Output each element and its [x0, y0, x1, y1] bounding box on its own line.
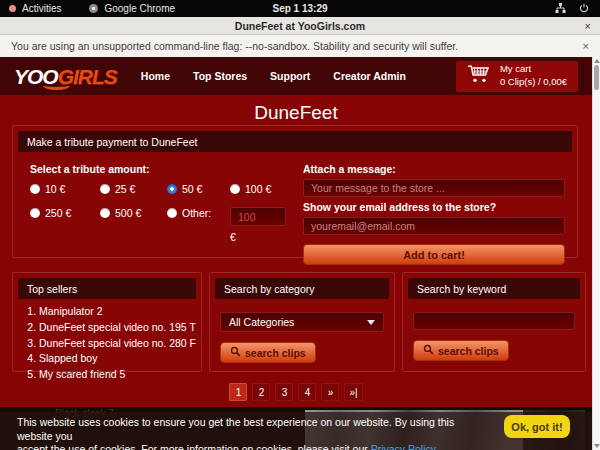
- activities-indicator-icon: [9, 5, 16, 12]
- cookie-accept-button[interactable]: Ok, got it!: [504, 415, 570, 438]
- amount-option-label: 500 €: [115, 207, 141, 219]
- page-button[interactable]: »: [321, 383, 339, 401]
- search-clips-label: search clips: [438, 345, 499, 357]
- browser-viewport: YOOGIRLS HomeTop StoresSupportCreator Ad…: [0, 57, 592, 450]
- list-item[interactable]: Manipulator 2: [39, 304, 201, 320]
- warning-text: You are using an unsupported command-lin…: [11, 40, 458, 52]
- radio-icon[interactable]: [167, 208, 177, 218]
- cart-summary: 0 Clip(s) / 0,00€: [500, 76, 567, 89]
- window-title: DuneFeet at YooGirls.com: [235, 20, 365, 32]
- cookie-line1: This website uses cookies to ensure you …: [17, 416, 454, 442]
- search-keyword-header: Search by keyword: [408, 278, 580, 299]
- nav-item-home[interactable]: Home: [141, 70, 170, 82]
- scrollbar-thumb[interactable]: [594, 65, 599, 90]
- email-input[interactable]: [303, 217, 565, 235]
- cart-button[interactable]: My cart 0 Clip(s) / 0,00€: [456, 61, 578, 92]
- category-select[interactable]: All Categories: [220, 312, 384, 332]
- message-input[interactable]: [303, 179, 565, 197]
- site-header: YOOGIRLS HomeTop StoresSupportCreator Ad…: [0, 57, 592, 95]
- chrome-logo-icon: [89, 4, 98, 13]
- amount-option[interactable]: 50 €: [167, 183, 230, 195]
- amount-option[interactable]: 250 €: [30, 207, 100, 219]
- cookie-message: This website uses cookies to ensure you …: [17, 416, 479, 450]
- nav-item-support[interactable]: Support: [270, 70, 310, 82]
- clock[interactable]: Sep 1 13:29: [272, 3, 327, 14]
- page-button[interactable]: 4: [298, 383, 316, 401]
- amount-option[interactable]: 100 €: [230, 183, 303, 195]
- window-titlebar[interactable]: DuneFeet at YooGirls.com ×: [0, 17, 600, 35]
- nav-item-creator-admin[interactable]: Creator Admin: [333, 70, 406, 82]
- radio-icon[interactable]: [30, 208, 40, 218]
- search-category-panel: Search by category All Categories search…: [209, 272, 395, 372]
- cookie-notice-bar: This website uses cookies to ensure you …: [0, 412, 592, 450]
- amount-option[interactable]: 25 €: [100, 183, 167, 195]
- network-tray-icon[interactable]: [555, 3, 566, 15]
- message-column: Attach a message: Show your email addres…: [303, 159, 565, 265]
- top-sellers-panel: Top sellers Manipulator 2DuneFeet specia…: [12, 272, 202, 372]
- radio-icon[interactable]: [230, 184, 240, 194]
- cart-title: My cart: [500, 63, 567, 76]
- amount-option[interactable]: 500 €: [100, 207, 167, 219]
- logo-smile-icon: [43, 81, 70, 90]
- window-close-button[interactable]: ×: [585, 20, 591, 32]
- warning-close-button[interactable]: ×: [583, 40, 589, 52]
- gnome-top-bar: Activities Google Chrome Sep 1 13:29: [0, 0, 600, 17]
- tribute-panel-header: Make a tribute payment to DuneFeet: [18, 131, 572, 152]
- site-logo[interactable]: YOOGIRLS: [14, 66, 117, 87]
- browser-warning-bar: You are using an unsupported command-lin…: [0, 35, 600, 57]
- power-icon[interactable]: [579, 3, 589, 15]
- focused-app-menu[interactable]: Google Chrome: [104, 3, 175, 14]
- message-label: Attach a message:: [303, 163, 565, 175]
- list-item[interactable]: DuneFeet special video no. 280 F: [39, 336, 201, 352]
- search-clips-keyword-button[interactable]: search clips: [413, 340, 509, 361]
- amount-column: Select a tribute amount: 10 €25 €50 €100…: [25, 159, 303, 265]
- other-amount-cell: €: [230, 207, 303, 243]
- amount-option-label: Other:: [182, 207, 211, 219]
- activities-button[interactable]: Activities: [22, 3, 61, 14]
- scroll-down-icon[interactable]: [594, 444, 600, 448]
- page-title: DuneFeet: [0, 102, 592, 124]
- list-item[interactable]: My scared friend 5: [39, 367, 201, 383]
- scroll-up-icon[interactable]: [594, 59, 600, 63]
- search-clips-category-button[interactable]: search clips: [220, 342, 316, 363]
- email-label: Show your email address to the store?: [303, 201, 565, 213]
- caret-down-icon: [367, 320, 375, 325]
- amount-option-label: 50 €: [182, 183, 202, 195]
- keyword-input[interactable]: [413, 312, 575, 330]
- page-button[interactable]: »|: [344, 383, 362, 401]
- add-to-cart-button[interactable]: Add to cart!: [303, 244, 565, 265]
- search-clips-label: search clips: [245, 347, 306, 359]
- magnifier-icon: [423, 344, 434, 357]
- page-button[interactable]: 3: [275, 383, 293, 401]
- top-sellers-header: Top sellers: [18, 278, 196, 299]
- page-button[interactable]: 2: [252, 383, 270, 401]
- radio-icon[interactable]: [30, 184, 40, 194]
- cookie-line2: accept the use of cookies. For more info…: [17, 443, 371, 450]
- scrollbar[interactable]: [592, 57, 600, 450]
- cart-icon: [467, 64, 491, 88]
- amount-grid: 10 €25 €50 €100 €250 €500 €Other: €: [30, 183, 303, 243]
- amount-option[interactable]: 10 €: [30, 183, 100, 195]
- magnifier-icon: [230, 346, 241, 359]
- pagination: 1234»»|: [0, 383, 592, 401]
- main-nav: HomeTop StoresSupportCreator Admin: [141, 70, 406, 82]
- radio-icon[interactable]: [167, 184, 177, 194]
- search-category-header: Search by category: [215, 278, 389, 299]
- tribute-panel: Make a tribute payment to DuneFeet Selec…: [12, 125, 578, 258]
- amount-label: Select a tribute amount:: [30, 163, 303, 175]
- amount-option-label: 100 €: [245, 183, 271, 195]
- amount-option-label: 10 €: [45, 183, 65, 195]
- list-item[interactable]: Slapped boy: [39, 351, 201, 367]
- amount-option[interactable]: Other:: [167, 207, 230, 219]
- amount-option-label: 25 €: [115, 183, 135, 195]
- category-select-value: All Categories: [229, 316, 294, 328]
- amount-option-label: 250 €: [45, 207, 71, 219]
- radio-icon[interactable]: [100, 184, 110, 194]
- privacy-policy-link[interactable]: Privacy Policy: [371, 443, 436, 450]
- other-amount-input[interactable]: [230, 207, 286, 226]
- nav-item-top-stores[interactable]: Top Stores: [193, 70, 247, 82]
- page-button[interactable]: 1: [229, 383, 247, 401]
- list-item[interactable]: DuneFeet special video no. 195 T: [39, 320, 201, 336]
- currency-label: €: [230, 231, 303, 243]
- radio-icon[interactable]: [100, 208, 110, 218]
